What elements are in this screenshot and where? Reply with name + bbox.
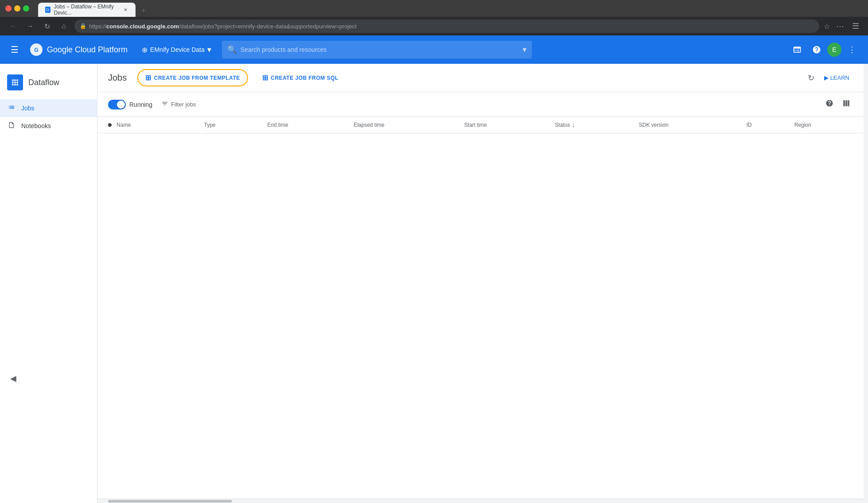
running-toggle-container: Running [108, 100, 152, 109]
filter-icon [161, 100, 168, 109]
col-header-elapsed-time[interactable]: Elapsed time [347, 117, 457, 133]
col-elapsed-time-label: Elapsed time [354, 122, 384, 128]
project-dropdown-icon: ▾ [207, 45, 211, 55]
close-window-button[interactable] [5, 5, 12, 12]
running-toggle-label: Running [129, 101, 152, 108]
more-vert-icon: ⋮ [848, 45, 856, 55]
col-header-status[interactable]: Status ↓ [548, 117, 632, 133]
filter-jobs-button[interactable]: Filter jobs [158, 98, 199, 111]
nav-right-icons: E ⋮ [788, 41, 861, 58]
browser-chrome: D Jobs – Dataflow – EMnify Devic... ✕ + … [0, 0, 868, 35]
col-start-time-label: Start time [464, 122, 487, 128]
filter-bar: Running Filter jobs [97, 92, 864, 117]
col-header-end-time[interactable]: End time [260, 117, 346, 133]
bookmark-icon[interactable]: ☆ [824, 22, 830, 31]
cloud-shell-button[interactable] [788, 41, 806, 58]
scrollbar-thumb[interactable] [108, 500, 232, 503]
jobs-icon [7, 104, 16, 113]
learn-button[interactable]: ▶ LEARN [821, 72, 853, 84]
running-toggle[interactable] [108, 100, 126, 109]
project-selector[interactable]: ⊕ EMnify Device Data ▾ [138, 42, 215, 57]
col-status-label: Status [555, 122, 570, 128]
col-header-sdk-version[interactable]: SDK version [632, 117, 740, 133]
user-initial: E [832, 46, 836, 53]
sidebar-brand-name: Dataflow [28, 78, 59, 87]
sidebar-item-notebooks[interactable]: Notebooks [0, 117, 97, 135]
filter-right [823, 97, 853, 112]
sidebar-brand: Dataflow [0, 71, 97, 99]
col-header-id[interactable]: ID [739, 117, 787, 133]
columns-button[interactable] [840, 97, 853, 112]
search-dropdown-icon[interactable]: ▾ [523, 45, 527, 55]
app-content: ☰ G Google Cloud Platform ⊕ EMnify Devic… [0, 35, 868, 503]
filter-jobs-label: Filter jobs [171, 101, 196, 108]
minimize-window-button[interactable] [14, 5, 20, 12]
dataflow-svg-icon [11, 78, 19, 87]
home-button[interactable]: ⌂ [58, 20, 70, 32]
content-area: Jobs ⊞ CREATE JOB FROM TEMPLATE ⊞ CREATE… [97, 64, 864, 503]
reload-button[interactable]: ↻ [41, 20, 53, 32]
refresh-button[interactable]: ↻ [805, 70, 817, 86]
col-end-time-label: End time [267, 122, 288, 128]
address-bar[interactable]: 🔒 https://console.cloud.google.com/dataf… [74, 19, 819, 33]
url-protocol: https:// [89, 23, 106, 30]
col-header-region[interactable]: Region [787, 117, 864, 133]
new-tab-button[interactable]: + [137, 4, 150, 17]
forward-button[interactable]: → [24, 20, 36, 32]
gcp-logo: G Google Cloud Platform [29, 43, 128, 57]
url-display: https://console.cloud.google.com/dataflo… [89, 23, 356, 30]
create-sql-plus-icon: ⊞ [262, 74, 268, 82]
sidebar-notebooks-label: Notebooks [21, 122, 51, 129]
hamburger-menu-button[interactable]: ☰ [7, 41, 22, 58]
browser-titlebar: D Jobs – Dataflow – EMnify Devic... ✕ + [0, 0, 868, 17]
collapse-sidebar-button[interactable]: ◀ [7, 372, 19, 385]
col-header-start-time[interactable]: Start time [457, 117, 548, 133]
gcp-icon: G [29, 43, 43, 57]
project-name: EMnify Device Data [150, 46, 205, 53]
col-region-label: Region [794, 122, 811, 128]
create-template-label: CREATE JOB FROM TEMPLATE [154, 75, 240, 81]
maximize-window-button[interactable] [23, 5, 29, 12]
help-button[interactable] [808, 41, 825, 58]
toolbar-right: ↻ ▶ LEARN [805, 70, 853, 86]
back-button[interactable]: ← [7, 20, 19, 32]
col-header-name[interactable]: Name [97, 117, 197, 133]
col-header-type[interactable]: Type [197, 117, 260, 133]
table-header-row: Name Type End time Elapsed time [97, 117, 864, 133]
learn-label: LEARN [830, 74, 849, 81]
more-options-button[interactable]: ⋮ [843, 41, 861, 58]
jobs-table: Name Type End time Elapsed time [97, 117, 864, 133]
create-template-plus-icon: ⊞ [145, 74, 151, 82]
col-name-label: Name [116, 122, 131, 128]
sidebar-jobs-label: Jobs [21, 105, 35, 112]
browser-menu-button[interactable]: ☰ [850, 21, 861, 31]
browser-tabs: D Jobs – Dataflow – EMnify Devic... ✕ + [38, 0, 150, 17]
horizontal-scrollbar[interactable] [97, 499, 864, 503]
create-job-from-template-button[interactable]: ⊞ CREATE JOB FROM TEMPLATE [137, 69, 248, 86]
tab-close-button[interactable]: ✕ [123, 6, 128, 13]
traffic-lights [5, 5, 29, 12]
sidebar-item-jobs[interactable]: Jobs [0, 99, 97, 117]
search-input[interactable] [240, 46, 519, 53]
jobs-table-container: Name Type End time Elapsed time [97, 117, 864, 499]
url-path: /dataflow/jobs?project=emnify-device-dat… [179, 23, 356, 30]
jobs-page-title: Jobs [108, 73, 127, 83]
sidebar: Dataflow Jobs Notebooks [0, 64, 97, 503]
vertical-scrollbar[interactable] [864, 64, 868, 503]
learn-arrow-icon: ▶ [824, 74, 829, 81]
browser-more-icon[interactable]: ⋯ [834, 21, 846, 31]
create-job-from-sql-button[interactable]: ⊞ CREATE JOB FROM SQL [255, 70, 345, 86]
gcp-title: Google Cloud Platform [47, 45, 128, 55]
project-icon: ⊕ [142, 46, 147, 54]
help-icon [812, 45, 821, 54]
name-dot-icon [108, 123, 112, 127]
notebooks-icon [7, 121, 16, 130]
table-help-button[interactable] [823, 97, 836, 112]
user-avatar[interactable]: E [827, 43, 841, 57]
browser-tab-active[interactable]: D Jobs – Dataflow – EMnify Devic... ✕ [38, 3, 136, 17]
url-domain: console.cloud.google.com [106, 23, 179, 30]
col-sdk-version-label: SDK version [639, 122, 669, 128]
col-id-label: ID [746, 122, 752, 128]
col-type-label: Type [204, 122, 216, 128]
create-sql-label: CREATE JOB FROM SQL [271, 75, 338, 81]
